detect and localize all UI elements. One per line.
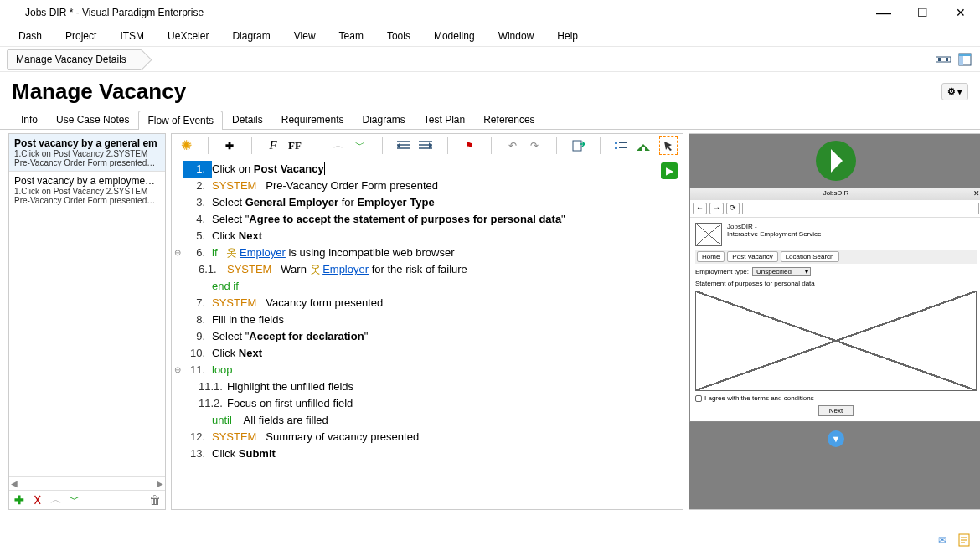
scenario-item-1[interactable]: Post vacancy by a general em 1.Click on … [9,134,165,172]
wf-back-button[interactable]: ← [693,203,707,214]
fold-toggle[interactable]: ⊖ [172,245,183,261]
undo-button[interactable]: ↶ [503,136,522,155]
select-region-button[interactable] [659,136,678,155]
tab-references[interactable]: References [474,110,544,129]
wf-forward-button[interactable]: → [709,203,724,214]
delete-button[interactable]: 🗑 [148,493,162,507]
switch-diagram-icon[interactable] [935,51,952,68]
flow-steps[interactable]: 1.Click on Post Vacancy 2.SYSTEM Pre-Vac… [172,157,683,466]
scenario-item-2[interactable]: Post vacancy by a employment ager 1.Clic… [9,172,165,209]
side-scrollbar[interactable]: ◀▶ [9,476,165,490]
menu-uexceler[interactable]: UeXceler [156,27,220,45]
side-actions: ✚ 𐌢 ︿ ﹀ 🗑 [9,490,165,509]
workarea: Post vacancy by a general em 1.Click on … [0,130,980,513]
checklist-icon[interactable] [612,136,631,155]
bold-button[interactable]: FF [286,136,304,155]
wf-url-bar[interactable] [742,203,979,214]
page-title: Manage Vacancy [12,79,186,105]
mail-icon[interactable]: ✉ [935,533,950,548]
move-down-button[interactable]: ﹀ [351,136,369,155]
add-scenario-button[interactable]: ✚ [13,493,26,507]
svg-rect-6 [573,141,581,151]
wf-navbar: ← → ⟳ [690,200,980,218]
editor-toolbar: ✺ ✚ F FF ︿ ﹀ ⚑ ↶ ↷ [172,134,683,157]
scenario-line: Pre-Vacancy Order Form presented… [14,196,160,205]
wf-tab-post[interactable]: Post Vacancy [727,251,777,262]
svg-rect-4 [959,54,971,56]
outdent-button[interactable] [395,136,413,155]
statusbar: ✉ [935,533,972,548]
menu-dash[interactable]: Dash [7,27,54,45]
sparkle-icon[interactable]: ✺ [177,136,195,155]
italic-button[interactable]: F [264,136,282,155]
play-button[interactable]: ▶ [661,162,678,179]
close-button[interactable]: ✕ [941,0,980,25]
actor-link[interactable]: Employer [322,263,369,276]
panels-icon[interactable] [957,51,973,68]
tab-info[interactable]: Info [12,110,47,129]
move-down-button[interactable]: ﹀ [68,493,81,507]
scenarios-panel: Post vacancy by a general em 1.Click on … [8,133,166,510]
actor-link[interactable]: Employer [240,246,286,259]
move-up-button[interactable]: ︿ [49,493,63,507]
tab-flow-of-events[interactable]: Flow of Events [138,111,223,130]
wf-employment-select[interactable]: Unspecified [752,267,811,276]
app-logo-icon [7,6,20,19]
wireframe-icon[interactable] [634,136,652,155]
wf-next-button[interactable]: Next [818,405,854,416]
svg-rect-5 [959,56,963,65]
page-title-row: Manage Vacancy ⚙ ▾ [0,72,980,108]
add-step-button[interactable]: ✚ [220,136,239,155]
tab-requirements[interactable]: Requirements [272,110,353,129]
wf-close-icon[interactable]: ✕ [973,189,980,198]
wf-tab-location[interactable]: Location Search [781,251,839,262]
flag-icon[interactable]: ⚑ [460,136,478,155]
fold-toggle[interactable]: ⊖ [172,362,183,378]
scenario-title: Post vacancy by a general em [14,137,160,149]
menu-modeling[interactable]: Modeling [422,27,487,45]
move-up-button[interactable]: ︿ [329,136,348,155]
wf-agree-checkbox[interactable] [695,395,702,402]
menubar: Dash Project ITSM UeXceler Diagram View … [0,25,980,47]
menu-view[interactable]: View [282,27,328,45]
wireframe-window: JobsDIR✕ ← → ⟳ JobsDIR - Interactive Emp… [689,188,980,422]
svg-rect-8 [615,147,617,149]
svg-rect-9 [642,147,645,151]
svg-rect-0 [936,57,951,62]
wireframe-panel: JobsDIR✕ ← → ⟳ JobsDIR - Interactive Emp… [689,133,980,510]
wf-tab-home[interactable]: Home [697,251,725,262]
chevron-down-icon: ▾ [957,86,962,97]
menu-itsm[interactable]: ITSM [108,27,156,45]
redo-button[interactable]: ↷ [525,136,544,155]
indent-button[interactable] [416,136,435,155]
wireframe-play-icon[interactable] [816,141,856,181]
menu-diagram[interactable]: Diagram [220,27,281,45]
wf-logo-placeholder [695,223,722,246]
breadcrumb[interactable]: Manage Vacancy Details [7,49,142,70]
svg-rect-7 [615,142,617,144]
tab-use-case-notes[interactable]: Use Case Notes [47,110,138,129]
actor-icon: 옷 [226,245,236,261]
window-title: Jobs DIR * - Visual Paradigm Enterprise [25,7,864,18]
tab-diagrams[interactable]: Diagrams [353,110,414,129]
menu-window[interactable]: Window [487,27,546,45]
scenario-line: 1.Click on Post Vacancy 2.SYSTEM [14,187,160,196]
menu-project[interactable]: Project [54,27,108,45]
add-actor-button[interactable]: 𐌢 [31,493,44,507]
flow-editor: ✺ ✚ F FF ︿ ﹀ ⚑ ↶ ↷ [171,133,683,510]
export-button[interactable] [569,136,587,155]
menu-help[interactable]: Help [545,27,590,45]
scroll-down-button[interactable]: ▼ [828,430,844,447]
menu-team[interactable]: Team [328,27,375,45]
scenario-title: Post vacancy by a employment ager [14,175,160,187]
settings-gear-button[interactable]: ⚙ ▾ [941,83,968,100]
minimize-button[interactable]: — [864,0,903,25]
line-number: 1. [183,161,212,178]
note-icon[interactable] [957,533,972,548]
menu-tools[interactable]: Tools [375,27,422,45]
maximize-button[interactable]: ☐ [903,0,941,25]
wf-reload-button[interactable]: ⟳ [726,203,740,214]
tab-details[interactable]: Details [223,110,272,129]
tab-test-plan[interactable]: Test Plan [415,110,474,129]
wf-content-placeholder [695,291,977,391]
